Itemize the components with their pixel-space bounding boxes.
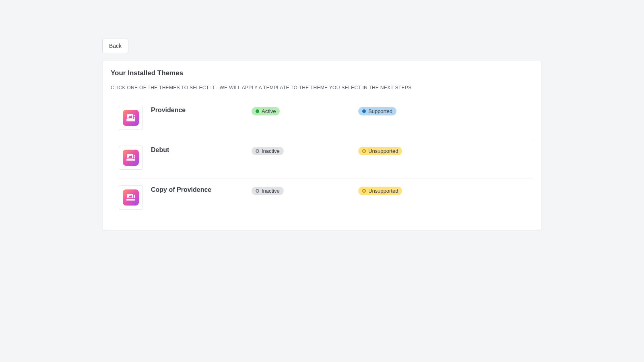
svg-rect-1 [126,121,135,121]
theme-name: Copy of Providence [151,185,252,193]
svg-rect-8 [134,155,135,156]
support-unsupported-badge: Unsupported [358,147,402,155]
svg-rect-0 [126,119,135,121]
svg-rect-6 [126,160,135,161]
svg-rect-9 [134,156,135,158]
status-active-badge: Active [252,107,280,115]
theme-row[interactable]: ProvidenceActiveSupported [119,99,533,139]
svg-rect-5 [126,159,135,160]
theme-thumbnail [119,185,143,210]
status-inactive-badge: Inactive [252,187,284,195]
theme-row[interactable]: DebutInactiveUnsupported [119,139,533,179]
svg-rect-14 [134,196,135,198]
themes-card: Your Installed Themes CLICK ONE OF THE T… [102,61,542,230]
theme-name: Providence [151,106,252,114]
theme-support-column: Unsupported [358,185,402,195]
dot-outline-icon [362,189,366,193]
dot-outline-icon [256,149,259,153]
page-container: Back Your Installed Themes CLICK ONE OF … [0,0,644,230]
svg-rect-3 [134,115,135,116]
theme-status-column: Inactive [252,185,358,195]
status-inactive-badge: Inactive [252,147,284,155]
theme-row[interactable]: Copy of ProvidenceInactiveUnsupported [119,179,533,218]
support-unsupported-badge: Unsupported [358,187,402,195]
theme-status-column: Inactive [252,146,358,155]
theme-thumbnail [119,106,143,130]
card-subtitle: CLICK ONE OF THE THEMES TO SELECT IT - W… [111,85,533,90]
svg-rect-10 [126,199,135,200]
back-button[interactable]: Back [102,39,128,53]
support-label: Unsupported [368,148,398,154]
theme-list: ProvidenceActiveSupported DebutInactiveU… [111,99,533,218]
support-supported-badge: Supported [358,107,396,115]
svg-rect-11 [126,200,135,201]
dot-outline-icon [256,189,259,193]
theme-name: Debut [151,146,252,154]
dot-filled-icon [256,109,259,113]
theme-support-column: Supported [358,106,396,115]
dot-filled-icon [362,109,366,113]
theme-icon [123,189,139,206]
status-label: Inactive [262,188,280,194]
theme-status-column: Active [252,106,358,115]
theme-support-column: Unsupported [358,146,402,155]
svg-rect-4 [134,117,135,119]
support-label: Supported [368,108,392,114]
card-title: Your Installed Themes [111,69,533,77]
support-label: Unsupported [368,188,398,194]
theme-icon [123,110,139,126]
theme-thumbnail [119,146,143,170]
status-label: Inactive [262,148,280,154]
theme-icon [123,150,139,166]
dot-outline-icon [362,149,366,153]
status-label: Active [262,108,276,114]
svg-rect-13 [134,195,135,196]
